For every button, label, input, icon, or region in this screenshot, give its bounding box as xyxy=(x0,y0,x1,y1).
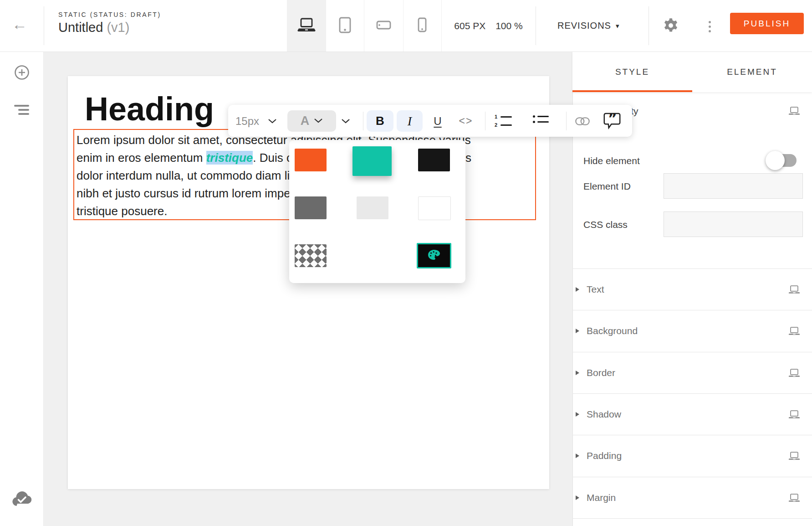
viewport-info: 605 PX 100 % xyxy=(441,0,536,52)
more-options-button[interactable] xyxy=(705,17,714,36)
color-swatch-dark-gray[interactable] xyxy=(295,196,327,219)
bullet-list-button[interactable] xyxy=(533,115,549,123)
kebab-dot xyxy=(709,26,711,28)
section-label: Margin xyxy=(587,492,616,503)
active-tab-underline xyxy=(572,90,692,92)
page-builder-app: ← STATIC (STATUS: DRAFT) Untitled (v1) xyxy=(0,0,812,526)
font-size-chevron-icon[interactable] xyxy=(268,119,277,124)
plus-circle-icon xyxy=(14,74,30,82)
section-label: Shadow xyxy=(587,409,621,420)
panel-tabs: STYLE ELEMENT xyxy=(572,52,812,92)
section-shadow[interactable]: Shadow xyxy=(572,393,812,435)
ul-dot xyxy=(533,115,535,118)
chevron-right-icon xyxy=(576,495,579,500)
laptop-icon[interactable] xyxy=(788,452,800,462)
quote-bubble-icon: ” xyxy=(603,112,621,131)
section-padding[interactable]: Padding xyxy=(572,435,812,477)
divider xyxy=(363,112,363,130)
css-class-input[interactable] xyxy=(664,211,803,237)
add-element-button[interactable] xyxy=(14,65,30,82)
color-swatch-teal-selected[interactable] xyxy=(352,146,392,176)
paragraph-text: enim in eros elementum xyxy=(77,151,206,165)
top-bar: ← STATIC (STATUS: DRAFT) Untitled (v1) xyxy=(0,0,812,52)
tab-element[interactable]: ELEMENT xyxy=(692,52,812,92)
element-id-input[interactable] xyxy=(664,173,803,199)
publish-button[interactable]: PUBLISH xyxy=(730,13,804,34)
highlighted-word: tristique xyxy=(206,151,253,165)
laptop-icon xyxy=(297,18,316,34)
hide-element-label: Hide element xyxy=(583,155,640,166)
laptop-icon[interactable] xyxy=(788,327,800,337)
laptop-icon[interactable] xyxy=(788,285,800,296)
phone-portrait-icon xyxy=(418,17,427,34)
revisions-dropdown[interactable]: REVISIONS ▾ xyxy=(552,0,625,52)
ol-line xyxy=(500,116,512,118)
device-mobile-landscape-button[interactable] xyxy=(364,0,403,52)
color-swatch-orange[interactable] xyxy=(295,149,327,171)
section-margin[interactable]: Margin xyxy=(572,477,812,519)
quote-button[interactable]: ” xyxy=(603,112,621,131)
device-desktop-button[interactable] xyxy=(287,0,326,52)
ol-number: 1 xyxy=(495,114,498,119)
device-mobile-portrait-button[interactable] xyxy=(403,0,442,52)
section-label: Padding xyxy=(587,450,622,461)
section-label: Border xyxy=(587,367,615,378)
color-swatch-transparent[interactable] xyxy=(295,244,327,267)
chevron-down-icon: ▾ xyxy=(616,22,620,30)
laptop-icon[interactable] xyxy=(788,494,800,504)
laptop-icon[interactable] xyxy=(788,369,800,379)
link-button[interactable] xyxy=(575,117,590,127)
ul-line xyxy=(537,121,549,123)
heading-element[interactable]: Heading xyxy=(85,90,214,128)
phone-landscape-icon xyxy=(376,21,391,31)
saved-status-indicator xyxy=(11,491,32,509)
chevron-right-icon xyxy=(576,454,579,458)
color-swatch-light-gray[interactable] xyxy=(357,196,388,219)
custom-color-inner xyxy=(418,244,450,267)
text-color-dropdown[interactable]: A xyxy=(287,110,336,132)
divider xyxy=(485,112,485,130)
laptop-icon[interactable] xyxy=(788,107,800,117)
section-text[interactable]: Text xyxy=(572,268,812,310)
palette-icon xyxy=(428,249,440,262)
ordered-list-button[interactable]: 1 2 xyxy=(495,114,512,128)
left-toolbar xyxy=(0,52,44,526)
ol-number: 2 xyxy=(495,123,498,128)
section-border[interactable]: Border xyxy=(572,352,812,394)
device-tablet-button[interactable] xyxy=(326,0,364,52)
ul-dot xyxy=(533,121,535,123)
title-text: Untitled xyxy=(58,20,103,35)
chevron-right-icon xyxy=(576,371,579,375)
divider xyxy=(44,6,44,45)
tab-style[interactable]: STYLE xyxy=(572,52,692,92)
outline-line xyxy=(14,105,29,107)
font-size-dropdown[interactable]: 15px xyxy=(234,115,261,128)
section-label: Text xyxy=(587,284,604,295)
section-background[interactable]: Background xyxy=(572,310,812,352)
back-arrow-icon[interactable]: ← xyxy=(12,16,27,32)
tablet-icon xyxy=(339,17,351,35)
custom-color-swatch[interactable] xyxy=(417,243,451,268)
hide-element-toggle-knob[interactable] xyxy=(766,151,785,170)
underline-button[interactable]: U xyxy=(428,110,448,132)
section-label: Background xyxy=(587,325,638,336)
chevron-right-icon xyxy=(576,329,579,333)
color-swatch-black[interactable] xyxy=(418,149,450,171)
color-swatch-white[interactable] xyxy=(418,196,451,220)
italic-button[interactable]: I xyxy=(397,110,423,132)
chevron-down-icon xyxy=(314,117,323,125)
structure-outline-button[interactable] xyxy=(14,105,29,117)
css-class-label: CSS class xyxy=(583,219,628,230)
svg-text:”: ” xyxy=(608,112,617,126)
text-color-label: A xyxy=(301,114,310,128)
outline-line xyxy=(18,109,29,111)
revisions-label: REVISIONS xyxy=(557,21,611,31)
settings-button[interactable] xyxy=(662,17,679,36)
divider xyxy=(566,112,567,130)
code-button[interactable]: <> xyxy=(455,110,477,132)
laptop-icon[interactable] xyxy=(788,410,800,421)
highlight-color-chevron-icon[interactable] xyxy=(341,119,350,124)
chevron-right-icon xyxy=(576,412,579,417)
kebab-dot xyxy=(709,30,711,32)
bold-button[interactable]: B xyxy=(367,110,393,132)
